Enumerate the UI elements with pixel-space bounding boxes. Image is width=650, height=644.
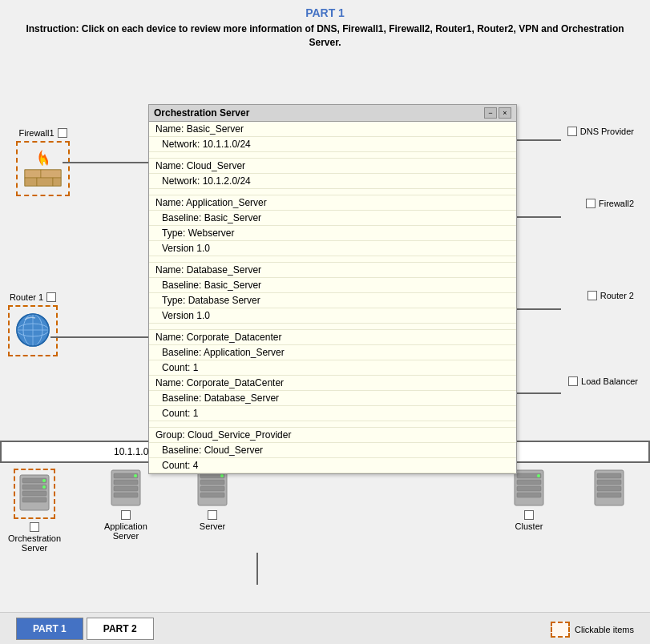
svg-rect-22 (114, 486, 138, 491)
bottom-server-device[interactable]: Server (196, 469, 228, 531)
load-balancer-device[interactable]: Load Balancer (568, 376, 638, 386)
minimize-button[interactable]: − (484, 107, 497, 119)
svg-rect-40 (597, 486, 621, 491)
firewall2-hline (517, 216, 561, 218)
spacer-2 (149, 189, 516, 195)
router1-icon (13, 310, 53, 350)
orchestration-server-icon (18, 473, 50, 512)
corp-dc-baseline: Baseline: Application_Server (149, 345, 516, 360)
svg-rect-29 (200, 493, 224, 497)
bottom-app-server-device[interactable]: ApplicationServer (104, 469, 147, 541)
app-server-type: Type: Webserver (149, 226, 516, 241)
cloud-group-count: Count: 4 (149, 458, 516, 473)
router1-icon-wrapper (8, 305, 58, 356)
app-server-icon (110, 469, 142, 507)
router2-hline (517, 308, 561, 310)
svg-rect-3 (25, 178, 37, 186)
router1-label: Router 1 (10, 292, 43, 302)
bottom-orchestration-device[interactable]: OrchestrationServer (8, 469, 61, 553)
server-bottom-checkbox[interactable] (208, 510, 217, 520)
dialog-content: Name: Basic_Server Network: 10.1.1.0/24 … (149, 122, 516, 473)
corp-dc2-baseline: Baseline: Database_Server (149, 391, 516, 406)
loadbalancer-hline (517, 392, 561, 394)
cloud-group-name: Group: Cloud_Service_Provider (149, 428, 516, 443)
orchestration-bottom-checkbox[interactable] (30, 522, 39, 532)
far-right-server-icon (593, 469, 625, 507)
dialog-title: Orchestration Server (154, 107, 249, 119)
dns-provider-label: DNS Provider (580, 127, 634, 136)
cloud-group-baseline: Baseline: Cloud_Server (149, 443, 516, 458)
instruction-text: Instruction: Click on each device to rev… (16, 22, 634, 50)
diagram-area: Orchestration Server − × Name: Basic_Ser… (0, 56, 650, 585)
svg-rect-35 (517, 493, 541, 497)
dns-provider-checkbox[interactable] (567, 127, 577, 136)
app-server-name: Name: Application_Server (149, 195, 516, 211)
svg-rect-41 (597, 493, 621, 497)
app-server-bottom-label: ApplicationServer (104, 521, 147, 541)
corp-dc-name: Name: Corporate_Datacenter (149, 330, 516, 345)
dns-hline (517, 139, 561, 141)
svg-rect-39 (597, 480, 621, 485)
dialog-controls: − × (484, 107, 511, 119)
db-server-type: Type: Database Server (149, 293, 516, 308)
server-bottom-label: Server (200, 521, 225, 531)
corp-dc2-count: Count: 1 (149, 406, 516, 421)
firewall1-icon-wrapper (16, 141, 70, 196)
part-title: PART 1 (16, 6, 634, 19)
server-icon (196, 469, 228, 507)
router1-checkbox[interactable] (46, 292, 56, 302)
firewall2-checkbox[interactable] (586, 199, 595, 208)
cluster-device[interactable]: Cluster (513, 469, 545, 531)
dialog-vline (256, 553, 258, 585)
corp-dc2-name: Name: Corporate_DataCenter (149, 376, 516, 391)
svg-rect-34 (517, 486, 541, 491)
router1-device[interactable]: Router 1 (8, 292, 58, 356)
firewall1-device[interactable]: Firewall1 (16, 128, 70, 196)
spacer-3 (149, 256, 516, 263)
firewall1-icon (21, 146, 65, 190)
part2-tab[interactable]: PART 2 (87, 618, 154, 640)
spacer-4 (149, 324, 516, 330)
part1-tab[interactable]: PART 1 (16, 618, 83, 640)
firewall1-hline (63, 162, 148, 163)
svg-rect-38 (597, 473, 621, 478)
load-balancer-label: Load Balancer (581, 376, 638, 386)
far-right-server-device[interactable] (593, 469, 625, 507)
firewall1-label: Firewall1 (18, 128, 54, 138)
firewall2-device[interactable]: Firewall2 (586, 199, 634, 208)
legend-dash-icon (551, 622, 570, 638)
svg-rect-23 (114, 493, 138, 497)
svg-point-24 (134, 474, 137, 477)
router2-checkbox[interactable] (587, 291, 597, 300)
svg-rect-28 (200, 486, 224, 491)
basic-server-network: Network: 10.1.1.0/24 (149, 137, 516, 152)
svg-point-36 (537, 474, 540, 477)
svg-point-30 (220, 474, 224, 477)
orchestration-bottom-label: OrchestrationServer (8, 533, 61, 553)
app-server-bottom-checkbox[interactable] (121, 510, 131, 520)
svg-rect-15 (22, 491, 46, 496)
svg-point-17 (42, 479, 46, 482)
db-server-baseline: Baseline: Basic_Server (149, 278, 516, 293)
close-button[interactable]: × (499, 107, 511, 119)
app-server-baseline: Baseline: Basic_Server (149, 211, 516, 226)
clickable-legend: Clickable items (551, 622, 634, 638)
db-server-version: Version 1.0 (149, 308, 516, 324)
svg-rect-27 (200, 480, 224, 485)
dns-provider-device[interactable]: DNS Provider (567, 127, 634, 136)
spacer-1 (149, 152, 516, 159)
cloud-server-name: Name: Cloud_Server (149, 159, 516, 174)
spacer-5 (149, 421, 516, 428)
svg-point-18 (42, 485, 46, 489)
load-balancer-checkbox[interactable] (568, 376, 578, 386)
firewall1-checkbox[interactable] (58, 128, 67, 138)
svg-rect-33 (517, 480, 541, 485)
orchestration-icon-wrapper (14, 469, 55, 519)
router2-device[interactable]: Router 2 (587, 291, 634, 300)
header: PART 1 Instruction: Click on each device… (0, 0, 650, 53)
legend-label: Clickable items (575, 625, 634, 634)
svg-rect-16 (22, 497, 46, 502)
cluster-checkbox[interactable] (524, 510, 534, 520)
cluster-icon (513, 469, 545, 507)
svg-rect-21 (114, 480, 138, 485)
